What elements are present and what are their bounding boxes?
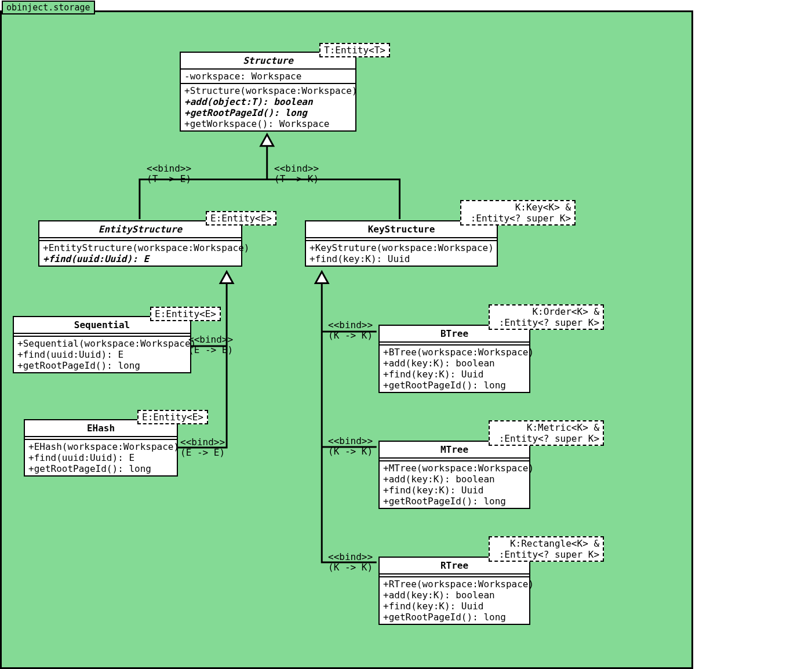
- operation: +add(key:K): boolean: [383, 590, 526, 601]
- operation: +EntityStructure(workspace:Workspace): [43, 242, 238, 253]
- operation: +getRootPageId(): long: [184, 107, 352, 118]
- operation: +getRootPageId(): long: [383, 496, 526, 507]
- bind-arg: (E -> E): [188, 344, 233, 355]
- operation: +add(key:K): boolean: [383, 358, 526, 369]
- class-mtree: MTree +MTree(workspace:Workspace) +add(k…: [378, 441, 530, 509]
- operation: +find(key:K): Uuid: [383, 601, 526, 612]
- package-frame: obinject.storage Structure -workspace: W…: [0, 10, 693, 669]
- operation: +find(uuid:Uuid): E: [28, 452, 173, 463]
- type-parameter: E:Entity<E>: [150, 307, 221, 321]
- bind-arg: (T -> K): [274, 173, 319, 184]
- class-entitystructure: EntityStructure +EntityStructure(workspa…: [38, 220, 242, 267]
- bind-label: <<bind>>: [188, 334, 233, 345]
- class-ehash: EHash +EHash(workspace:Workspace) +find(…: [24, 419, 178, 477]
- type-parameter: K:Order<K> & :Entity<? super K>: [489, 304, 604, 330]
- operation: +find(key:K): Uuid: [383, 369, 526, 380]
- operation: +RTree(workspace:Workspace): [383, 579, 526, 590]
- operation: +getRootPageId(): long: [383, 380, 526, 391]
- bind-label: <<bind>>: [274, 163, 319, 174]
- class-rtree: RTree +RTree(workspace:Workspace) +add(k…: [378, 557, 530, 625]
- class-structure: Structure -workspace: Workspace +Structu…: [180, 52, 356, 132]
- package-name: obinject.storage: [2, 1, 95, 14]
- svg-marker-2: [315, 272, 328, 283]
- operation: +getRootPageId(): long: [17, 360, 187, 371]
- bind-label: <<bind>>: [328, 435, 373, 446]
- operation: +add(key:K): boolean: [383, 474, 526, 485]
- class-btree: BTree +BTree(workspace:Workspace) +add(k…: [378, 325, 530, 393]
- operation: +add(object:T): boolean: [184, 96, 352, 107]
- type-parameter: K:Key<K> & :Entity<? super K>: [460, 200, 576, 226]
- bind-arg: (K -> K): [328, 562, 373, 573]
- operation: +MTree(workspace:Workspace): [383, 463, 526, 474]
- operation: +Structure(workspace:Workspace): [184, 85, 352, 96]
- bind-arg: (K -> K): [328, 446, 373, 457]
- operation: +KeyStruture(workspace:Workspace): [309, 242, 493, 253]
- bind-label: <<bind>>: [328, 319, 373, 330]
- bind-label: <<bind>>: [147, 163, 191, 174]
- operation: +EHash(workspace:Workspace): [28, 441, 173, 452]
- bind-label: <<bind>>: [328, 551, 373, 562]
- operation: +getRootPageId(): long: [28, 463, 173, 474]
- operation: +getRootPageId(): long: [383, 612, 526, 623]
- uml-diagram: obinject.storage Structure -workspace: W…: [0, 0, 696, 669]
- bind-arg: (K -> K): [328, 330, 373, 341]
- bind-arg: (T -> E): [147, 173, 191, 184]
- operation: +Sequential(workspace:Workspace): [17, 338, 187, 349]
- type-parameter: K:Metric<K> & :Entity<? super K>: [489, 420, 604, 446]
- class-keystructure: KeyStructure +KeyStruture(workspace:Work…: [305, 220, 498, 267]
- svg-marker-0: [261, 134, 274, 146]
- class-sequential: Sequential +Sequential(workspace:Workspa…: [13, 316, 191, 373]
- svg-marker-1: [220, 272, 233, 283]
- type-parameter: E:Entity<E>: [206, 211, 276, 226]
- type-parameter: K:Rectangle<K> & :Entity<? super K>: [489, 536, 604, 562]
- operation: +find(uuid:Uuid): E: [43, 253, 238, 264]
- operation: +find(key:K): Uuid: [383, 485, 526, 496]
- operation: +BTree(workspace:Workspace): [383, 347, 526, 358]
- type-parameter: T:Entity<T>: [319, 43, 390, 57]
- operation: +find(key:K): Uuid: [309, 253, 493, 264]
- bind-arg: (E -> E): [180, 447, 225, 458]
- type-parameter: E:Entity<E>: [137, 410, 208, 424]
- operation: +find(uuid:Uuid): E: [17, 349, 187, 360]
- bind-label: <<bind>>: [180, 437, 225, 448]
- attribute: -workspace: Workspace: [184, 71, 352, 82]
- operation: +getWorkspace(): Workspace: [184, 118, 352, 129]
